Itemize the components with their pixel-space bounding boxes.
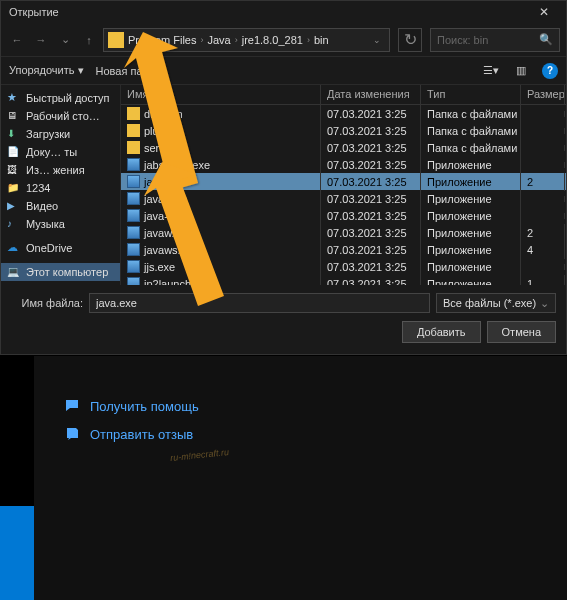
cancel-button[interactable]: Отмена xyxy=(487,321,556,343)
exe-icon xyxy=(127,260,140,273)
folder-icon xyxy=(127,124,140,137)
ico-desktop xyxy=(7,109,21,123)
sidebar-item[interactable]: Быстрый доступ xyxy=(1,89,120,107)
exe-icon xyxy=(127,175,140,188)
exe-icon xyxy=(127,277,140,285)
col-name[interactable]: Имя xyxy=(121,85,321,104)
ico-music xyxy=(7,217,21,231)
sidebar-item[interactable]: Музыка xyxy=(1,215,120,233)
ico-folder xyxy=(7,181,21,195)
exe-icon xyxy=(127,192,140,205)
new-folder-button[interactable]: Новая пап xyxy=(96,65,149,77)
breadcrumb-seg[interactable]: Java xyxy=(207,34,230,46)
file-row[interactable]: javaws.ex07.03.2021 3:25Приложение4 xyxy=(121,241,566,258)
back-button[interactable]: ← xyxy=(7,30,27,50)
file-row[interactable]: server07.03.2021 3:25Папка с файлами xyxy=(121,139,566,156)
file-row[interactable]: jjs.exe07.03.2021 3:25Приложение xyxy=(121,258,566,275)
feedback-link[interactable]: Отправить отзыв xyxy=(64,426,567,442)
settings-background: Получить помощь Отправить отзыв xyxy=(0,356,567,600)
ico-cloud xyxy=(7,241,21,255)
col-type[interactable]: Тип xyxy=(421,85,521,104)
sidebar-item[interactable]: Этот компьютер xyxy=(1,263,120,281)
folder-icon xyxy=(127,107,140,120)
navbar: ← → ⌄ ↑ Program Files› Java› jre1.8.0_28… xyxy=(1,23,566,57)
folder-icon xyxy=(127,141,140,154)
file-row[interactable]: jp2launche xe07.03.2021 3:25Приложение1 xyxy=(121,275,566,285)
preview-pane-icon[interactable]: ▥ xyxy=(512,62,530,80)
breadcrumb-seg[interactable]: Program Files xyxy=(128,34,196,46)
chevron-right-icon: › xyxy=(235,35,238,45)
ico-star xyxy=(7,91,21,105)
filetype-filter[interactable]: Все файлы (*.exe) xyxy=(436,293,556,313)
exe-icon xyxy=(127,209,140,222)
view-details-icon[interactable]: ☰▾ xyxy=(482,62,500,80)
get-help-link[interactable]: Получить помощь xyxy=(64,398,567,414)
up-button[interactable]: ↑ xyxy=(79,30,99,50)
ico-pc xyxy=(7,265,21,279)
chevron-right-icon: › xyxy=(307,35,310,45)
titlebar: Открытие ✕ xyxy=(1,1,566,23)
col-date[interactable]: Дата изменения xyxy=(321,85,421,104)
sidebar: Быстрый доступРабочий сто…ЗагрузкиДоку… … xyxy=(1,85,121,285)
close-icon[interactable]: ✕ xyxy=(530,5,558,19)
sidebar-item[interactable]: OneDrive xyxy=(1,239,120,257)
file-open-dialog: Открытие ✕ ← → ⌄ ↑ Program Files› Java› … xyxy=(0,0,567,355)
file-row[interactable]: jabswitch.exe07.03.2021 3:25Приложение xyxy=(121,156,566,173)
file-row[interactable]: javaw. e07.03.2021 3:25Приложение2 xyxy=(121,224,566,241)
column-headers: Имя Дата изменения Тип Размер xyxy=(121,85,566,105)
sidebar-item[interactable]: Видео xyxy=(1,197,120,215)
taskbar-accent xyxy=(0,356,34,600)
search-input[interactable]: Поиск: bin 🔍 xyxy=(430,28,560,52)
file-row[interactable]: java-r07.03.2021 3:25Приложение xyxy=(121,207,566,224)
open-button[interactable]: Добавить xyxy=(402,321,481,343)
folder-icon xyxy=(108,32,124,48)
exe-icon xyxy=(127,243,140,256)
breadcrumb[interactable]: Program Files› Java› jre1.8.0_281› bin ⌄ xyxy=(103,28,390,52)
recent-dropdown[interactable]: ⌄ xyxy=(55,30,75,50)
file-list-pane: Имя Дата изменения Тип Размер dtplugin07… xyxy=(121,85,566,285)
exe-icon xyxy=(127,226,140,239)
bottom-bar: Имя файла: Все файлы (*.exe) Добавить От… xyxy=(1,285,566,351)
ico-down xyxy=(7,127,21,141)
feedback-icon xyxy=(64,426,80,442)
organize-button[interactable]: Упорядочить ▾ xyxy=(9,64,84,77)
toolbar: Упорядочить ▾ Новая пап ☰▾ ▥ ? xyxy=(1,57,566,85)
help-icon[interactable]: ? xyxy=(542,63,558,79)
col-size[interactable]: Размер xyxy=(521,85,565,104)
filename-input[interactable] xyxy=(89,293,430,313)
help-chat-icon xyxy=(64,398,80,414)
file-row[interactable]: dtplugin07.03.2021 3:25Папка с файлами xyxy=(121,105,566,122)
breadcrumb-seg[interactable]: bin xyxy=(314,34,329,46)
ico-pic xyxy=(7,163,21,177)
dialog-title: Открытие xyxy=(9,6,530,18)
file-row[interactable]: java.exe07.03.2021 3:25Приложение2 xyxy=(121,173,566,190)
chevron-right-icon: › xyxy=(200,35,203,45)
sidebar-item[interactable]: Загрузки xyxy=(1,125,120,143)
sidebar-item[interactable]: Из… жения xyxy=(1,161,120,179)
sidebar-item[interactable]: Рабочий сто… xyxy=(1,107,120,125)
file-row[interactable]: plugin207.03.2021 3:25Папка с файлами xyxy=(121,122,566,139)
refresh-button[interactable]: ↻ xyxy=(398,28,422,52)
sidebar-item[interactable]: Доку… ты xyxy=(1,143,120,161)
filename-label: Имя файла: xyxy=(11,297,83,309)
chevron-down-icon[interactable]: ⌄ xyxy=(373,35,381,45)
forward-button[interactable]: → xyxy=(31,30,51,50)
file-rows: dtplugin07.03.2021 3:25Папка с файламиpl… xyxy=(121,105,566,285)
breadcrumb-seg[interactable]: jre1.8.0_281 xyxy=(242,34,303,46)
sidebar-item[interactable]: 1234 xyxy=(1,179,120,197)
search-placeholder: Поиск: bin xyxy=(437,34,488,46)
ico-video xyxy=(7,199,21,213)
search-icon: 🔍 xyxy=(539,33,553,46)
ico-doc xyxy=(7,145,21,159)
exe-icon xyxy=(127,158,140,171)
file-row[interactable]: javacpl e07.03.2021 3:25Приложение xyxy=(121,190,566,207)
